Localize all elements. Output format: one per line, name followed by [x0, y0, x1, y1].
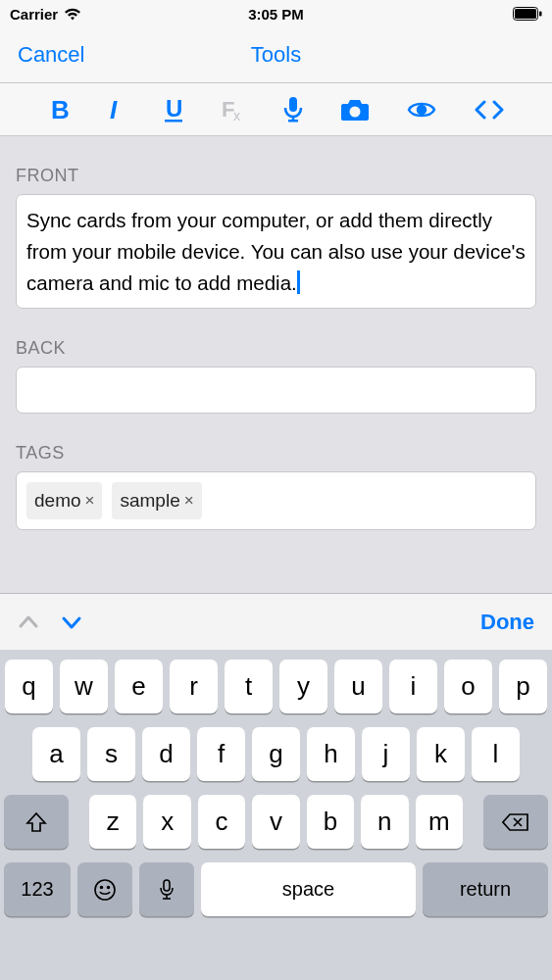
svg-point-15 — [101, 886, 103, 888]
clear-format-button[interactable]: Fx — [222, 98, 245, 122]
text-cursor — [297, 270, 300, 294]
keyboard: qwertyuiop asdfghjkl zxcvbnm 123 space r… — [0, 650, 552, 980]
svg-rect-1 — [515, 9, 536, 19]
tag-remove-icon[interactable]: × — [85, 488, 95, 514]
numbers-key[interactable]: 123 — [4, 862, 71, 916]
tags-field[interactable]: demo× sample× — [16, 471, 536, 529]
svg-point-16 — [108, 886, 110, 888]
svg-text:U: U — [166, 97, 182, 122]
key-l[interactable]: l — [472, 727, 520, 781]
key-e[interactable]: e — [115, 660, 163, 713]
key-w[interactable]: w — [60, 660, 108, 713]
done-button[interactable]: Done — [480, 610, 534, 635]
key-p[interactable]: p — [499, 660, 547, 713]
eye-icon[interactable] — [407, 100, 436, 120]
bold-button[interactable]: B — [48, 98, 70, 122]
tags-label: TAGS — [16, 443, 536, 464]
tag-chip[interactable]: demo× — [26, 482, 102, 518]
shift-key[interactable] — [4, 795, 69, 849]
key-r[interactable]: r — [170, 660, 218, 713]
keyboard-accessory: Done — [0, 593, 552, 650]
key-i[interactable]: i — [389, 660, 437, 713]
key-q[interactable]: q — [5, 660, 53, 713]
front-field[interactable]: Sync cards from your computer, or add th… — [16, 194, 536, 309]
svg-rect-2 — [539, 12, 542, 17]
key-k[interactable]: k — [417, 727, 465, 781]
back-label: BACK — [16, 338, 536, 359]
camera-button[interactable] — [340, 98, 370, 122]
carrier-label: Carrier — [10, 6, 58, 23]
svg-text:B: B — [51, 98, 70, 122]
italic-button[interactable]: I — [108, 98, 125, 122]
key-v[interactable]: v — [252, 795, 299, 849]
key-s[interactable]: s — [87, 727, 135, 781]
underline-button[interactable]: U — [163, 97, 184, 122]
nav-bar: Cancel Tools — [0, 27, 552, 82]
key-m[interactable]: m — [416, 795, 463, 849]
code-button[interactable] — [475, 100, 504, 120]
svg-rect-11 — [288, 120, 298, 122]
delete-key[interactable] — [483, 795, 548, 849]
tools-button[interactable]: Tools — [251, 42, 301, 68]
return-key[interactable]: return — [423, 862, 548, 916]
svg-text:x: x — [233, 108, 240, 122]
tag-chip[interactable]: sample× — [112, 482, 201, 518]
emoji-key[interactable] — [77, 862, 132, 916]
dictation-key[interactable] — [139, 862, 194, 916]
key-y[interactable]: y — [279, 660, 327, 713]
clock: 3:05 PM — [248, 6, 304, 23]
cancel-button[interactable]: Cancel — [18, 42, 84, 68]
svg-point-12 — [350, 106, 361, 117]
key-a[interactable]: a — [32, 727, 80, 781]
svg-rect-9 — [289, 97, 297, 112]
svg-rect-6 — [165, 120, 182, 122]
key-n[interactable]: n — [361, 795, 408, 849]
key-f[interactable]: f — [197, 727, 245, 781]
wifi-icon — [64, 8, 81, 21]
svg-rect-17 — [164, 880, 170, 891]
key-z[interactable]: z — [89, 795, 136, 849]
key-g[interactable]: g — [252, 727, 300, 781]
key-j[interactable]: j — [362, 727, 410, 781]
tag-remove-icon[interactable]: × — [184, 488, 194, 514]
back-field[interactable] — [16, 367, 536, 414]
format-toolbar: B I U Fx — [0, 82, 552, 136]
key-o[interactable]: o — [444, 660, 492, 713]
key-t[interactable]: t — [225, 660, 273, 713]
chevron-down-icon[interactable] — [61, 612, 82, 633]
svg-text:I: I — [110, 98, 118, 122]
status-bar: Carrier 3:05 PM — [0, 0, 552, 27]
svg-point-14 — [95, 880, 115, 900]
battery-icon — [513, 7, 542, 21]
key-c[interactable]: c — [198, 795, 245, 849]
key-d[interactable]: d — [142, 727, 190, 781]
key-b[interactable]: b — [307, 795, 354, 849]
svg-point-13 — [418, 106, 426, 114]
key-x[interactable]: x — [143, 795, 190, 849]
key-h[interactable]: h — [307, 727, 355, 781]
space-key[interactable]: space — [201, 862, 416, 916]
chevron-up-icon — [18, 612, 39, 633]
key-u[interactable]: u — [334, 660, 382, 713]
microphone-button[interactable] — [283, 97, 303, 122]
front-label: FRONT — [16, 166, 536, 186]
